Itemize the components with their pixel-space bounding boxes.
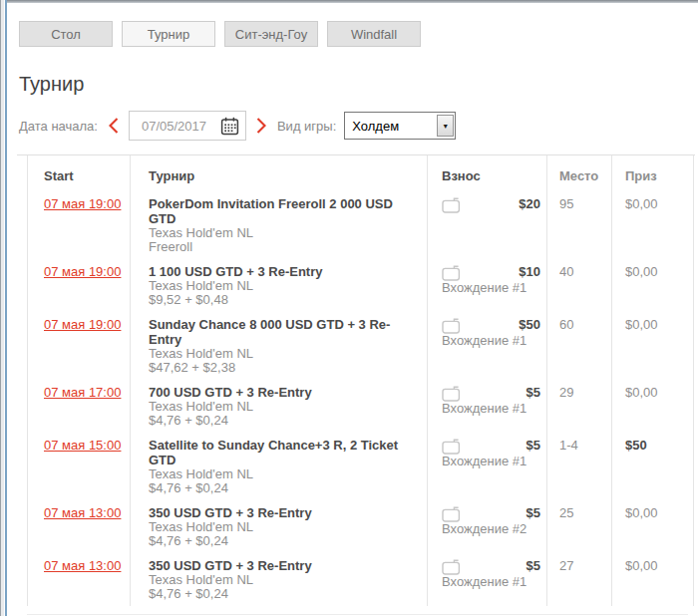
- tournament-name: 700 USD GTD + 3 Re-Entry: [149, 385, 411, 400]
- prize-value: $0,00: [612, 191, 694, 259]
- wallet-icon: [442, 439, 461, 455]
- buyin-amount: $5: [526, 505, 540, 520]
- entry-number: Вхождение #1: [442, 455, 540, 468]
- tournament-lobby-window: СтолТурнирСит-энд-ГоуWindfall Турнир Дат…: [0, 0, 698, 616]
- start-time-link[interactable]: 07 мая 17:00: [44, 385, 121, 400]
- entry-number: Вхождение #2: [442, 522, 540, 536]
- wallet-icon: [442, 506, 461, 522]
- game-variant: Texas Hold'em NL: [149, 573, 411, 587]
- tournament-name: 1 100 USD GTD + 3 Re-Entry: [149, 264, 411, 279]
- start-time-link[interactable]: 07 мая 13:00: [44, 505, 121, 520]
- entry-number: Вхождение #1: [442, 334, 540, 348]
- wallet-icon: [442, 386, 461, 402]
- tournament-name: 350 USD GTD + 3 Re-Entry: [149, 505, 411, 520]
- tab-sit-and-go[interactable]: Сит-энд-Гоу: [224, 21, 318, 47]
- prize-value: $0,00: [612, 312, 694, 380]
- buyin-breakdown: $9,52 + $0,48: [149, 293, 411, 307]
- tournament-row: 07 мая 17:00 700 USD GTD + 3 Re-Entry Te…: [28, 380, 698, 433]
- prize-value: $0,00: [612, 259, 694, 312]
- game-variant: Texas Hold'em NL: [149, 279, 411, 293]
- tab-bar: СтолТурнирСит-энд-ГоуWindfall: [19, 21, 698, 47]
- place-value: 27: [547, 553, 612, 606]
- tournament-row: 07 мая 19:00 PokerDom Invitation Freerol…: [28, 191, 698, 259]
- buyin-amount: $10: [519, 264, 540, 279]
- tournament-row: 07 мая 19:00 1 100 USD GTD + 3 Re-Entry …: [28, 259, 698, 312]
- place-value: 40: [547, 259, 612, 312]
- tournament-table-body: 07 мая 19:00 PokerDom Invitation Freerol…: [28, 191, 698, 606]
- buyin-amount: $20: [519, 196, 540, 211]
- lobby-content: СтолТурнирСит-энд-ГоуWindfall Турнир Дат…: [7, 3, 698, 616]
- game-variant: Texas Hold'em NL: [149, 347, 411, 361]
- bottom-divider: [27, 614, 688, 615]
- buyin-amount: $5: [526, 438, 540, 453]
- start-time-link[interactable]: 07 мая 15:00: [44, 438, 121, 453]
- prize-value: $0,00: [612, 380, 694, 433]
- entry-number: Вхождение #1: [442, 281, 540, 295]
- start-time-link[interactable]: 07 мая 19:00: [44, 317, 121, 332]
- chevron-left-icon[interactable]: [107, 117, 120, 135]
- entry-number: Вхождение #1: [442, 575, 540, 589]
- tournament-name: Sunday Chance 8 000 USD GTD + 3 Re-Entry: [149, 317, 411, 347]
- buyin-breakdown: $47,62 + $2,38: [149, 361, 411, 375]
- game-variant: Texas Hold'em NL: [149, 400, 411, 414]
- tournament-row: 07 мая 13:00 350 USD GTD + 3 Re-Entry Te…: [28, 500, 698, 553]
- wallet-icon: [442, 559, 461, 575]
- tournament-name: 350 USD GTD + 3 Re-Entry: [149, 558, 411, 573]
- tournament-table: Start Турнир Взнос Место Приз 07 мая 19:…: [27, 155, 698, 606]
- buyin-breakdown: $4,76 + $0,24: [149, 534, 411, 548]
- game-variant: Texas Hold'em NL: [149, 226, 411, 240]
- tournament-row: 07 мая 15:00 Satellite to Sunday Chance+…: [28, 433, 698, 500]
- page-title: Турнир: [19, 73, 698, 96]
- column-header-prize: Приз: [612, 155, 694, 191]
- game-variant: Texas Hold'em NL: [149, 467, 411, 481]
- buyin-amount: $5: [526, 558, 540, 573]
- tab-table[interactable]: Стол: [19, 21, 113, 47]
- wallet-icon: [442, 265, 461, 281]
- game-variant: Texas Hold'em NL: [149, 520, 411, 534]
- wallet-icon: [442, 318, 461, 334]
- place-value: 29: [547, 380, 612, 433]
- table-header: Start Турнир Взнос Место Приз: [28, 155, 698, 191]
- buyin-amount: $50: [519, 317, 540, 332]
- prize-value: $50: [612, 433, 694, 500]
- prize-value: $0,00: [612, 500, 694, 553]
- window-border-left: [0, 0, 7, 616]
- game-type-value: Холдем: [346, 119, 437, 134]
- tournament-row: 07 мая 13:00 350 USD GTD + 3 Re-Entry Te…: [28, 553, 698, 606]
- start-time-link[interactable]: 07 мая 13:00: [44, 558, 121, 573]
- entry-number: Вхождение #1: [442, 402, 540, 416]
- column-header-tournament: Турнир: [131, 155, 428, 191]
- column-header-start: Start: [28, 155, 131, 191]
- place-value: 60: [547, 312, 612, 380]
- buyin-breakdown: $4,76 + $0,24: [149, 414, 411, 428]
- place-value: 1-4: [547, 433, 612, 500]
- buyin-breakdown: $4,76 + $0,24: [149, 481, 411, 495]
- date-value: 07/05/2017: [142, 119, 206, 134]
- start-time-link[interactable]: 07 мая 19:00: [44, 264, 121, 279]
- column-header-buyin: Взнос: [428, 155, 547, 191]
- game-type-label: Вид игры:: [277, 119, 336, 134]
- buyin-amount: $5: [526, 385, 540, 400]
- column-header-place: Место: [547, 155, 612, 191]
- buyin-breakdown: Freeroll: [149, 240, 411, 254]
- tournament-name: Satellite to Sunday Chance+3 R, 2 Ticket…: [149, 438, 411, 467]
- start-date-label: Дата начала:: [19, 119, 98, 134]
- window-border-top: [0, 0, 698, 3]
- date-input[interactable]: 07/05/2017: [129, 111, 246, 141]
- tab-windfall[interactable]: Windfall: [327, 21, 421, 47]
- dropdown-arrow-icon[interactable]: ▼: [437, 115, 454, 137]
- game-type-select[interactable]: Холдем ▼: [344, 112, 456, 140]
- tab-tournament[interactable]: Турнир: [122, 21, 215, 47]
- prize-value: $0,00: [612, 553, 694, 606]
- tournament-name: PokerDom Invitation Freeroll 2 000 USD G…: [149, 196, 411, 226]
- calendar-icon[interactable]: [220, 117, 239, 136]
- tournament-row: 07 мая 19:00 Sunday Chance 8 000 USD GTD…: [28, 312, 698, 380]
- place-value: 95: [547, 191, 612, 259]
- filters-row: Дата начала: 07/05/2017: [19, 111, 698, 141]
- buyin-breakdown: $4,76 + $0,24: [149, 587, 411, 601]
- wallet-icon: [442, 197, 461, 213]
- place-value: 25: [547, 500, 612, 553]
- chevron-right-icon[interactable]: [255, 117, 268, 135]
- start-time-link[interactable]: 07 мая 19:00: [44, 196, 121, 211]
